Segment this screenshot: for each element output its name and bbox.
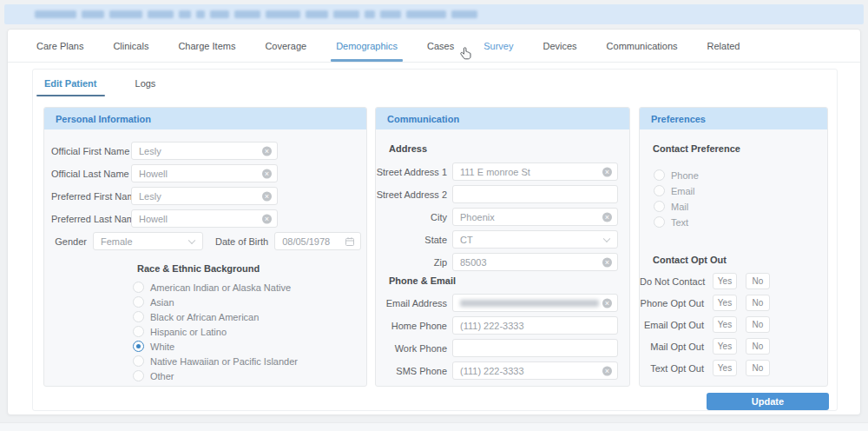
race-ethnic-background-group: Race & Ethnic Background American Indian… bbox=[44, 263, 366, 381]
tab-devices[interactable]: Devices bbox=[540, 30, 579, 62]
update-button[interactable]: Update bbox=[707, 393, 829, 410]
clear-icon[interactable] bbox=[262, 146, 272, 156]
no-button[interactable]: No bbox=[746, 273, 770, 289]
race-heading: Race & Ethnic Background bbox=[137, 263, 366, 274]
yes-button[interactable]: Yes bbox=[713, 273, 737, 289]
field-label: City bbox=[376, 212, 447, 222]
no-button[interactable]: No bbox=[746, 338, 770, 355]
clear-icon[interactable] bbox=[602, 257, 612, 267]
race-option[interactable]: Native Hawaiian or Pacific Islander bbox=[133, 355, 366, 367]
official-last-name-input[interactable]: Howell bbox=[131, 164, 278, 182]
tab-communications[interactable]: Communications bbox=[604, 30, 681, 62]
contact-preference-group: Phone Email Mail Text bbox=[640, 169, 827, 228]
field-label: State bbox=[376, 235, 447, 245]
clear-icon[interactable] bbox=[602, 212, 612, 222]
tab-demographics[interactable]: Demographics bbox=[333, 30, 400, 62]
contact-opt-out-heading: Contact Opt Out bbox=[653, 255, 827, 265]
clear-icon[interactable] bbox=[602, 167, 612, 176]
preferred-last-name-input[interactable]: Howell bbox=[131, 209, 278, 228]
subtab-logs[interactable]: Logs bbox=[128, 70, 164, 96]
radio-icon bbox=[133, 296, 144, 308]
tab-clinicals[interactable]: Clinicals bbox=[110, 30, 151, 62]
yes-button[interactable]: Yes bbox=[713, 360, 737, 376]
official-first-name-row: Official First Name Lesly bbox=[44, 142, 366, 160]
redacted-text-block bbox=[82, 10, 104, 18]
preferences-panel: Preferences Contact Preference Phone Ema… bbox=[639, 107, 828, 387]
field-label: Zip bbox=[376, 257, 447, 268]
gender-select[interactable]: Female bbox=[93, 232, 203, 250]
no-button[interactable]: No bbox=[746, 360, 770, 376]
tab-care-plans[interactable]: Care Plans bbox=[34, 30, 86, 62]
clear-icon[interactable] bbox=[262, 214, 272, 223]
tab-cases[interactable]: Cases bbox=[424, 30, 457, 62]
contact-option-email[interactable]: Email bbox=[654, 185, 827, 196]
panel-title: Preferences bbox=[640, 108, 827, 129]
radio-icon bbox=[133, 282, 144, 293]
contact-option-phone[interactable]: Phone bbox=[654, 169, 827, 181]
state-select[interactable]: CT bbox=[452, 230, 618, 249]
sms-phone-row: SMS Phone (111) 222-3333 bbox=[376, 361, 629, 380]
tab-survey[interactable]: Survey bbox=[481, 30, 516, 62]
clear-icon[interactable] bbox=[602, 298, 612, 308]
email-address-input[interactable] bbox=[452, 294, 618, 312]
contact-option-mail[interactable]: Mail bbox=[654, 201, 827, 212]
redacted-text-block bbox=[333, 10, 359, 18]
contact-option-text[interactable]: Text bbox=[654, 216, 827, 228]
opt-out-row-phone: Phone Opt Out Yes No bbox=[640, 295, 827, 311]
clear-icon[interactable] bbox=[262, 169, 272, 178]
patient-detail-card: Care Plans Clinicals Charge Items Covera… bbox=[7, 29, 861, 415]
race-option[interactable]: Hispanic or Latino bbox=[133, 326, 366, 337]
chevron-down-icon bbox=[603, 235, 610, 242]
street-address-2-input[interactable] bbox=[452, 185, 618, 203]
calendar-icon[interactable] bbox=[345, 236, 355, 247]
field-label: Official First Name bbox=[51, 146, 125, 156]
opt-out-row-email: Email Opt Out Yes No bbox=[640, 316, 827, 333]
street-address-1-input[interactable]: 111 E monroe St bbox=[452, 162, 618, 181]
preferred-last-name-row: Preferred Last Name Howell bbox=[44, 209, 366, 228]
tab-coverage[interactable]: Coverage bbox=[262, 30, 309, 62]
redacted-text-block bbox=[179, 10, 191, 18]
preferred-first-name-row: Preferred First Name Lesly bbox=[44, 187, 366, 205]
opt-out-row-mail: Mail Opt Out Yes No bbox=[640, 338, 827, 355]
race-option[interactable]: Other bbox=[133, 370, 366, 381]
city-input[interactable]: Phoenix bbox=[452, 208, 618, 226]
work-phone-input[interactable] bbox=[452, 339, 618, 357]
personal-information-panel: Personal Information Official First Name… bbox=[43, 107, 367, 387]
yes-button[interactable]: Yes bbox=[713, 295, 737, 311]
race-option[interactable]: American Indian or Alaska Native bbox=[133, 282, 366, 293]
no-button[interactable]: No bbox=[746, 316, 770, 333]
tab-charge-items[interactable]: Charge Items bbox=[175, 30, 238, 62]
work-phone-row: Work Phone bbox=[376, 339, 629, 357]
subtab-edit-patient[interactable]: Edit Patient bbox=[36, 70, 105, 96]
redacted-text-block bbox=[234, 10, 260, 18]
tab-related[interactable]: Related bbox=[705, 30, 743, 62]
redacted-text-block bbox=[406, 10, 446, 18]
page-bottom-strip bbox=[0, 422, 868, 431]
official-last-name-row: Official Last Name Howell bbox=[44, 164, 366, 182]
field-label: Preferred Last Name bbox=[51, 214, 125, 224]
clear-icon[interactable] bbox=[262, 191, 272, 201]
phone-email-heading: Phone & Email bbox=[389, 275, 629, 286]
radio-icon bbox=[133, 341, 144, 352]
preferred-first-name-input[interactable]: Lesly bbox=[131, 187, 278, 205]
field-label: SMS Phone bbox=[376, 366, 447, 376]
field-label: Gender bbox=[51, 236, 87, 247]
redacted-text-block bbox=[210, 10, 229, 18]
clear-icon[interactable] bbox=[602, 366, 612, 375]
sms-phone-input[interactable]: (111) 222-3333 bbox=[452, 361, 618, 380]
official-first-name-input[interactable]: Lesly bbox=[131, 142, 278, 160]
no-button[interactable]: No bbox=[746, 295, 770, 311]
redacted-text-block bbox=[365, 10, 375, 18]
field-label: Work Phone bbox=[376, 343, 447, 354]
date-of-birth-input[interactable]: 08/05/1978 bbox=[274, 232, 361, 250]
redacted-text-block bbox=[266, 10, 300, 18]
field-label: Street Address 2 bbox=[376, 189, 447, 200]
race-option[interactable]: Asian bbox=[133, 296, 366, 308]
race-option-selected[interactable]: White bbox=[133, 341, 366, 352]
race-option[interactable]: Black or African American bbox=[133, 311, 366, 322]
home-phone-input[interactable]: (111) 222-3333 bbox=[452, 316, 618, 335]
zip-input[interactable]: 85003 bbox=[452, 253, 618, 271]
yes-button[interactable]: Yes bbox=[713, 316, 737, 333]
tab-bar: Care Plans Clinicals Charge Items Covera… bbox=[8, 30, 860, 63]
yes-button[interactable]: Yes bbox=[713, 338, 737, 355]
